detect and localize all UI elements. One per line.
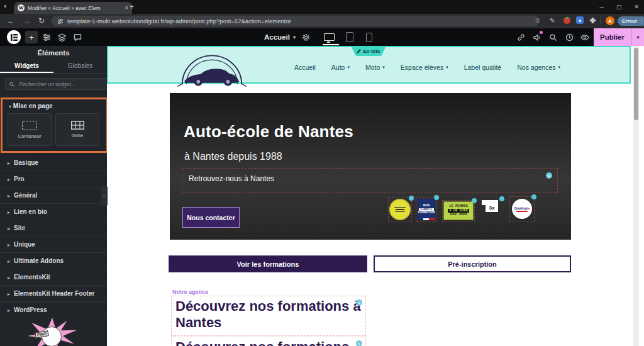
forward-icon[interactable]: → <box>23 17 31 25</box>
elementor-logo[interactable] <box>7 30 21 44</box>
quality-seal-graphic <box>389 199 411 220</box>
nav-moto[interactable]: Moto▾ <box>365 64 385 71</box>
widget-card-grid[interactable]: Grille <box>55 113 99 146</box>
history-clock-icon[interactable] <box>564 32 574 42</box>
browser-error-button[interactable]: Erreur ⋮ <box>618 16 644 26</box>
badge-ecole-conduite-qualite[interactable] <box>388 198 412 221</box>
nav-label-qualite[interactable]: Label qualité <box>464 64 502 71</box>
pen-extension-icon[interactable]: ✎ <box>550 17 555 24</box>
nav-accueil[interactable]: Accueil <box>294 64 316 71</box>
edit-widget-icon[interactable] <box>409 196 414 201</box>
edit-widget-icon[interactable]: ✎ <box>356 340 362 346</box>
widget-card-container[interactable]: Conteneur <box>8 113 52 146</box>
tab-close-icon[interactable]: × <box>125 4 128 11</box>
device-desktop-icon[interactable] <box>323 32 335 42</box>
panel-tabs: Widgets Globales <box>0 60 107 74</box>
canvas-scrollbar[interactable] <box>633 46 639 346</box>
hero-text-widget[interactable]: Retrouvez-nous à Nantes ✎ <box>182 168 558 193</box>
chevron-down-icon: ▾ <box>347 65 350 70</box>
pomodoro-extension-icon[interactable] <box>564 17 570 24</box>
chevron-down-icon: ▾ <box>9 104 11 109</box>
notes-comment-icon[interactable] <box>72 32 82 42</box>
badge-mon-compte-formation[interactable]: MON COMPTE FORMATION <box>416 197 437 222</box>
search-input[interactable] <box>18 81 96 88</box>
section-site[interactable]: ▸Site <box>0 220 107 237</box>
add-element-button[interactable]: + <box>25 31 38 43</box>
structure-layers-icon[interactable] <box>57 32 67 42</box>
browser-tab[interactable]: W Modifier « Accueil » avec Elem × <box>14 2 132 14</box>
tab-globals[interactable]: Globales <box>53 60 107 73</box>
site-nav: Accueil Auto▾ Moto▾ Espace élèves▾ Label… <box>294 64 560 71</box>
edit-widget-icon[interactable]: ✎ <box>546 172 552 179</box>
panel-title: Éléments <box>0 49 107 57</box>
edit-widget-icon[interactable] <box>434 195 439 200</box>
profile-avatar[interactable]: A <box>606 16 614 25</box>
container-icon <box>22 121 37 130</box>
settings-sliders-icon[interactable] <box>42 32 52 42</box>
pro-upgrade-banner[interactable]: PRO <box>24 316 80 346</box>
nav-auto[interactable]: Auto▾ <box>331 64 350 71</box>
section-mise-en-page[interactable]: ▾ Mise en page <box>9 103 53 109</box>
edit-widget-icon[interactable] <box>472 198 477 203</box>
site-settings-icon[interactable] <box>57 18 64 25</box>
whats-new-megaphone-icon[interactable] <box>531 32 541 42</box>
device-tablet-icon[interactable] <box>343 32 356 42</box>
driving-school-logo[interactable] <box>176 50 248 91</box>
chevron-down-icon: ▾ <box>293 35 296 40</box>
document-switcher[interactable]: Accueil ▾ <box>264 28 296 46</box>
section-basique[interactable]: ▸Basique <box>0 155 107 171</box>
hero-section[interactable]: Auto-école de Nantes à Nantes depuis 198… <box>170 93 571 240</box>
minimize-icon[interactable]: ─ <box>600 4 604 10</box>
device-mobile-icon[interactable] <box>363 32 375 42</box>
tab-search-icon[interactable]: ▾ <box>4 3 7 9</box>
wordpress-favicon: W <box>18 4 25 11</box>
card-front-graphic: 3x <box>486 203 498 212</box>
preview-eye-icon[interactable] <box>580 32 590 42</box>
section-elementskit-header-footer[interactable]: ▸ElementsKit Header Footer <box>0 286 107 302</box>
link-icon[interactable] <box>516 32 526 42</box>
section-elementskit[interactable]: ▸ElementsKit <box>0 269 107 286</box>
scrollbar-thumb[interactable] <box>634 48 638 120</box>
voir-formations-button[interactable]: Voir les formations <box>169 255 367 272</box>
edit-widget-icon[interactable] <box>499 196 504 201</box>
contact-button[interactable]: Nous contacter <box>182 207 240 228</box>
tab-widgets[interactable]: Widgets <box>0 60 53 73</box>
pre-inscription-button[interactable]: Pré-inscription <box>374 255 571 272</box>
header-section-badge[interactable]: En-tête <box>351 46 386 56</box>
maximize-icon[interactable]: ▢ <box>616 4 622 10</box>
section-lien-en-bio[interactable]: ▸Lien en bio <box>0 204 107 220</box>
finder-search-icon[interactable] <box>548 32 558 42</box>
nav-nos-agences[interactable]: Nos agences▾ <box>517 64 560 71</box>
page-settings-gear-icon[interactable] <box>301 32 311 42</box>
hero-title: Auto-école de Nantes <box>184 122 353 142</box>
agency-heading-widget-2[interactable]: Découvrez nos formations ✎ <box>171 337 366 346</box>
bookmark-star-icon[interactable]: ☆ <box>535 17 541 24</box>
agency-heading-widget[interactable]: Découvrez nos formations à Nantes ✎ <box>171 296 366 336</box>
reload-icon[interactable]: ↻ <box>38 17 45 25</box>
new-tab-button[interactable]: + <box>130 3 134 11</box>
widget-search[interactable] <box>5 78 109 90</box>
extensions-puzzle-icon[interactable] <box>589 17 596 24</box>
edit-widget-icon[interactable] <box>531 194 536 199</box>
section-unique[interactable]: ▸Unique <box>0 237 107 253</box>
badge-qualiopi[interactable]: Qualiopi» <box>509 196 535 221</box>
browser-window: ▾ W Modifier « Accueil » avec Elem × + ─… <box>0 0 644 346</box>
publish-button[interactable]: Publier <box>594 28 631 46</box>
section-pro[interactable]: ▸Pro <box>0 171 107 187</box>
edit-widget-icon[interactable]: ✎ <box>356 299 362 306</box>
badge-paiement-3x[interactable]: 3x <box>480 199 502 216</box>
panel-collapse-handle[interactable]: ‹ <box>101 186 108 206</box>
publish-options-chevron[interactable]: ▾ <box>631 28 644 46</box>
badge-permis-un-euro[interactable]: LE PERMIS A UN EURO PAR JOUR <box>442 200 475 221</box>
toolbar-divider <box>601 16 601 24</box>
nav-espace-eleves[interactable]: Espace élèves▾ <box>401 64 448 71</box>
translate-extension-icon[interactable]: a <box>576 16 584 24</box>
back-icon[interactable]: ← <box>7 17 14 25</box>
section-ultimate-addons[interactable]: ▸Ultimate Addons <box>0 253 107 269</box>
notification-dot <box>540 31 543 34</box>
close-icon[interactable]: ✕ <box>634 4 639 10</box>
address-bar[interactable]: template-1-multi.websolutiondigital.fr/w… <box>52 16 540 26</box>
section-general[interactable]: ▸Général <box>0 187 107 204</box>
agency-eyebrow: Notre agence <box>172 289 208 295</box>
kebab-menu-icon[interactable]: ⋮ <box>639 18 644 24</box>
